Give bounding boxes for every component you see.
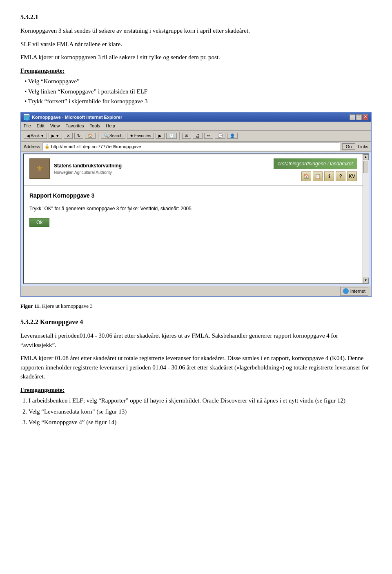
messenger-button[interactable]: 👤 (227, 133, 238, 139)
links-button[interactable]: Links (358, 143, 368, 150)
fremgang2-label: Fremgangsmøte: (20, 385, 372, 395)
menu-edit[interactable]: Edit (37, 122, 45, 129)
intro-p1: Kornoppgaven 3 skal sendes til søkere av… (20, 26, 372, 36)
back-arrow-icon: ◀ (27, 133, 30, 138)
scrollbar-thumb[interactable] (363, 161, 368, 173)
content-area: ⚜ Statens landbruksforvaltning Norwegian… (21, 154, 371, 284)
section-title-5321: 5.3.2.1 (20, 12, 372, 22)
ok-button[interactable]: Ok (29, 218, 49, 227)
discuss-icon: 💬 (218, 133, 223, 138)
messenger-icon: 👤 (230, 133, 235, 138)
rapport-title: Rapport Kornoppgave 3 (29, 191, 357, 200)
internet-label: Internet (350, 288, 365, 295)
back-button[interactable]: ◀ Back ▼ (24, 133, 47, 139)
browser-toolbar: ◀ Back ▼ ▶ ▼ ✕ ↻ 🏠 🔍 Search ★ Favorites … (21, 131, 371, 142)
nav-home-icon[interactable]: 🏠 (301, 171, 311, 181)
refresh-button[interactable]: ↻ (74, 133, 83, 139)
rapport-body: Rapport Kornoppgave 3 Trykk "OK" for å g… (24, 186, 363, 233)
titlebar-buttons[interactable]: _ □ ✕ (350, 114, 368, 120)
slf-right: erstatningsordningene i landbruket 🏠 📋 ℹ… (274, 158, 357, 181)
nav-help-icon[interactable]: ? (336, 171, 345, 181)
toolbar-separator-2 (179, 132, 180, 140)
mail-button[interactable]: ✉ (182, 133, 191, 139)
scroll-up-arrow[interactable]: ▲ (363, 154, 369, 160)
browser-titlebar: 🌐 Kornoppgave - Microsoft Internet Explo… (21, 113, 371, 122)
go-button[interactable]: Go (342, 143, 356, 150)
forward-icon: ▶ (51, 133, 55, 138)
browser-page: ⚜ Statens landbruksforvaltning Norwegian… (23, 154, 369, 284)
page-content: ⚜ Statens landbruksforvaltning Norwegian… (24, 154, 368, 233)
scrollbar-track[interactable] (363, 160, 369, 278)
stop-icon: ✕ (67, 133, 70, 138)
print-icon: 🖨 (196, 133, 200, 138)
slf-sub: Norwegian Agricultural Authority (54, 169, 122, 176)
menu-view[interactable]: View (50, 122, 60, 129)
discuss-button[interactable]: 💬 (215, 133, 225, 139)
address-label: Address (24, 143, 40, 150)
star-icon: ★ (130, 133, 134, 138)
edit-button[interactable]: ✏ (204, 133, 213, 139)
emblem-symbol: ⚜ (36, 162, 43, 175)
slf-text-area: Statens landbruksforvaltning Norwegian A… (54, 162, 122, 176)
search-label: Search (109, 133, 122, 138)
scroll-down-arrow[interactable]: ▼ (363, 278, 369, 283)
browser-menubar: File Edit View Favorites Tools Help (21, 122, 371, 131)
address-input-container[interactable]: 🔒 http://temid1.slf.dep.no:7777/elf/korn… (42, 142, 339, 151)
slf-nav-icons: 🏠 📋 ℹ ? KV (274, 171, 357, 181)
favorites-button[interactable]: ★ Favorites (127, 133, 154, 139)
step-1: I arbeidsbenken i ELF; velg “Rapporter” … (29, 396, 372, 405)
ie-icon: 🌐 (24, 114, 29, 120)
step-3: Velg “Kornoppgave 4” (se figur 14) (29, 418, 372, 427)
media-icon: ▶ (158, 133, 162, 138)
section-title-5322: 5.3.2.2 Kornoppgave 4 (20, 317, 372, 327)
history-button[interactable]: 🕐 (166, 133, 177, 139)
slf-emblem: ⚜ (29, 158, 50, 179)
slf-logo-area: ⚜ Statens landbruksforvaltning Norwegian… (29, 158, 122, 179)
nav-kv-icon[interactable]: KV (347, 171, 357, 181)
section2-p2: FMLA kjører 01.08 året etter skadeåret u… (20, 354, 372, 381)
stop-button[interactable]: ✕ (64, 133, 73, 139)
slf-header: ⚜ Statens landbruksforvaltning Norwegian… (24, 154, 363, 186)
slf-name: Statens landbruksforvaltning (54, 162, 122, 169)
rapport-desc: Trykk "OK" for å generere kornoppgave 3 … (29, 205, 357, 212)
fig11-caption: Figur 11. Kjøre ut kornoppgave 3 (20, 302, 372, 310)
address-url-text: http://temid1.slf.dep.no:7777/elf/kornop… (51, 143, 141, 150)
bullet-2: Velg linken “Kornoppgave” i portalsiden … (24, 87, 372, 96)
forward-dropdown-icon: ▼ (56, 134, 59, 138)
menu-file[interactable]: File (24, 122, 31, 129)
bullet-1: Velg “Kornoppgave” (24, 77, 372, 86)
fremgang1-label: Fremgangsmøte: (20, 66, 372, 76)
search-button[interactable]: 🔍 Search (101, 133, 125, 139)
minimize-button[interactable]: _ (350, 114, 355, 120)
menu-help[interactable]: Help (106, 122, 115, 129)
fremgang2-steps: I arbeidsbenken i ELF; velg “Rapporter” … (29, 396, 372, 427)
titlebar-left: 🌐 Kornoppgave - Microsoft Internet Explo… (24, 114, 122, 121)
browser-title: Kornoppgave - Microsoft Internet Explore… (32, 114, 122, 121)
nav-book-icon[interactable]: 📋 (313, 171, 323, 181)
fig11-text: Kjøre ut kornoppgave 3 (42, 303, 93, 309)
media-button[interactable]: ▶ (156, 133, 165, 139)
home-button[interactable]: 🏠 (85, 133, 96, 139)
mail-icon: ✉ (185, 133, 188, 138)
print-button[interactable]: 🖨 (193, 133, 203, 139)
forward-button[interactable]: ▶ ▼ (49, 133, 62, 139)
refresh-icon: ↻ (77, 133, 80, 138)
browser-window: 🌐 Kornoppgave - Microsoft Internet Explo… (20, 112, 372, 297)
address-bar: Address 🔒 http://temid1.slf.dep.no:7777/… (21, 142, 371, 152)
search-icon: 🔍 (104, 133, 109, 138)
intro-p3: FMLA kjører ut kornoppgaven 3 til alle s… (20, 53, 372, 62)
status-internet: 🌐 Internet (340, 287, 368, 296)
nav-info-icon[interactable]: ℹ (324, 171, 334, 181)
history-icon: 🕐 (169, 133, 174, 138)
menu-favorites[interactable]: Favorites (65, 122, 84, 129)
back-dropdown-icon: ▼ (40, 134, 44, 138)
close-button[interactable]: ✕ (363, 114, 368, 120)
bullet-3: Trykk “fortsett” i skjermbilde for korno… (24, 97, 372, 106)
fig11-label: Figur 11. (20, 303, 41, 309)
favorites-label: Favorites (134, 133, 151, 138)
browser-scrollbar[interactable]: ▲ ▼ (363, 154, 368, 283)
edit-icon: ✏ (207, 133, 210, 138)
address-lock-icon: 🔒 (45, 143, 49, 149)
maximize-button[interactable]: □ (356, 114, 362, 120)
menu-tools[interactable]: Tools (90, 122, 100, 129)
